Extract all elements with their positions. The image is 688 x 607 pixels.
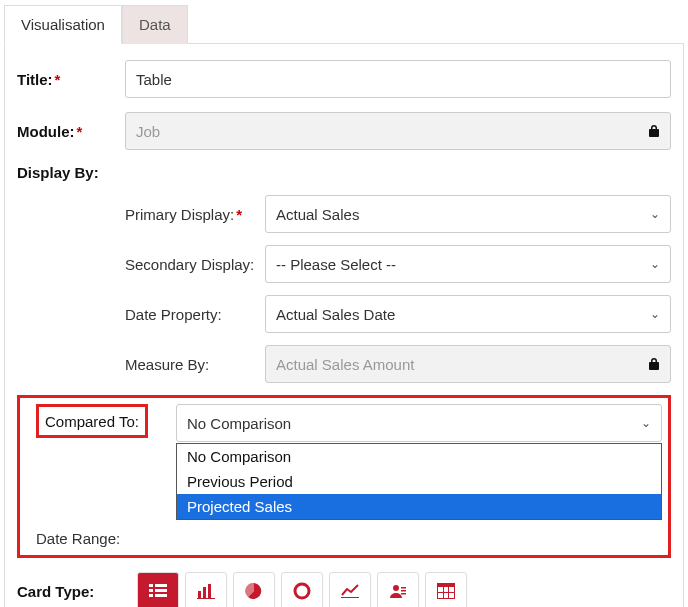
svg-rect-21 [444,593,448,598]
svg-rect-22 [449,593,454,598]
highlighted-label-compared-to: Compared To: [36,404,148,438]
card-type-table-icon[interactable] [425,572,467,607]
compared-option-previous-period[interactable]: Previous Period [177,469,661,494]
card-type-line-chart-icon[interactable] [329,572,371,607]
required-asterisk: * [236,206,242,223]
label-secondary-display: Secondary Display: [125,256,265,273]
compared-option-no-comparison[interactable]: No Comparison [177,444,661,469]
card-type-person-icon[interactable] [377,572,419,607]
svg-rect-11 [341,597,359,598]
svg-rect-7 [203,587,206,598]
svg-rect-6 [198,591,201,598]
highlighted-section: Compared To: No Comparison⌄ No Compariso… [17,395,671,558]
label-date-property: Date Property: [125,306,265,323]
tab-data[interactable]: Data [122,5,188,44]
measure-by-field: Actual Sales Amount [265,345,671,383]
title-input[interactable]: Table [125,60,671,98]
label-module: Module:* [17,123,125,140]
lock-icon [648,357,660,371]
svg-rect-4 [149,594,153,597]
svg-rect-0 [149,584,153,587]
card-type-donut-chart-icon[interactable] [281,572,323,607]
label-title: Title:* [17,71,125,88]
primary-display-select[interactable]: Actual Sales⌄ [265,195,671,233]
svg-rect-14 [401,590,406,592]
svg-rect-5 [155,594,167,597]
module-field: Job [125,112,671,150]
svg-rect-2 [149,589,153,592]
card-type-bar-chart-icon[interactable] [185,572,227,607]
date-property-select[interactable]: Actual Sales Date⌄ [265,295,671,333]
svg-rect-1 [155,584,167,587]
compared-to-dropdown: No Comparison Previous Period Projected … [176,443,662,520]
svg-point-12 [393,585,399,591]
label-display-by: Display By: [17,164,125,181]
svg-rect-13 [401,587,406,589]
card-type-list-icon[interactable] [137,572,179,607]
required-asterisk: * [55,71,61,88]
card-type-buttons [137,572,467,607]
label-measure-by: Measure By: [125,356,265,373]
card-type-pie-chart-icon[interactable] [233,572,275,607]
svg-rect-15 [401,593,406,595]
chevron-down-icon: ⌄ [650,207,660,221]
svg-rect-8 [208,584,211,598]
secondary-display-select[interactable]: -- Please Select --⌄ [265,245,671,283]
chevron-down-icon: ⌄ [650,257,660,271]
svg-point-10 [295,584,309,598]
svg-rect-9 [197,598,215,599]
svg-rect-18 [444,587,448,592]
svg-rect-17 [438,587,443,592]
chevron-down-icon: ⌄ [641,416,651,430]
compared-option-projected-sales[interactable]: Projected Sales [177,494,661,519]
svg-rect-3 [155,589,167,592]
required-asterisk: * [77,123,83,140]
config-panel: Title:* Table Module:* Job Display By: P… [4,44,684,607]
tab-visualisation[interactable]: Visualisation [4,5,122,44]
compared-to-select[interactable]: No Comparison⌄ [176,404,662,442]
svg-rect-19 [449,587,454,592]
tab-bar: Visualisation Data [4,4,684,44]
chevron-down-icon: ⌄ [650,307,660,321]
label-primary-display: Primary Display:* [125,206,265,223]
lock-icon [648,124,660,138]
svg-rect-20 [438,593,443,598]
label-card-type: Card Type: [17,583,125,600]
label-date-range: Date Range: [36,530,176,547]
